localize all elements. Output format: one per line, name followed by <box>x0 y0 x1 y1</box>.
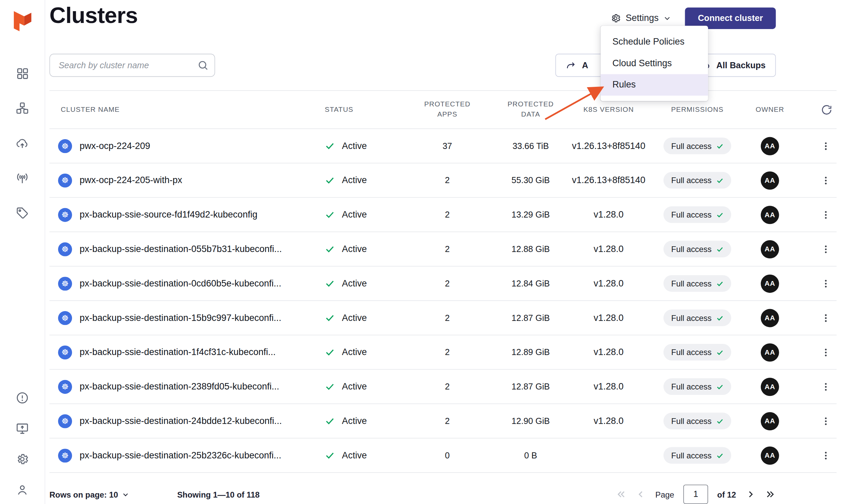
owner-avatar[interactable]: AA <box>761 240 779 258</box>
sidebar-nav <box>16 67 29 220</box>
permissions-pill[interactable]: Full access <box>664 138 731 154</box>
col-permissions[interactable]: PERMISSIONS <box>652 104 743 114</box>
table-row[interactable]: ☸ px-backup-ssie-destination-24bdde12-ku… <box>49 404 837 438</box>
user-icon[interactable] <box>16 483 29 497</box>
permissions-pill[interactable]: Full access <box>664 309 731 326</box>
last-page-button[interactable] <box>765 489 776 500</box>
page-number-input[interactable] <box>683 485 708 504</box>
gear-icon[interactable] <box>16 452 29 466</box>
row-actions-menu-icon[interactable] <box>820 312 831 323</box>
row-actions-menu-icon[interactable] <box>820 415 831 426</box>
col-protected-apps[interactable]: PROTECTED APPS <box>399 100 495 120</box>
owner-avatar[interactable]: AA <box>761 309 779 327</box>
alert-circle-icon[interactable] <box>16 391 29 405</box>
tag-icon[interactable] <box>16 206 29 220</box>
table-row[interactable]: ☸ px-backup-ssie-destination-2389fd05-ku… <box>49 370 837 404</box>
col-owner[interactable]: OWNER <box>743 104 797 114</box>
dashboard-grid-icon[interactable] <box>16 67 29 80</box>
table-row[interactable]: ☸ px-backup-ssie-destination-055b7b31-ku… <box>49 232 837 267</box>
prev-page-button[interactable] <box>635 489 646 500</box>
cluster-name[interactable]: px-backup-ssie-destination-24bdde12-kube… <box>80 415 282 426</box>
table-row[interactable]: ☸ pwx-ocp-224-205-with-px Active 2 55.30… <box>49 163 837 198</box>
row-actions-menu-icon[interactable] <box>820 141 831 151</box>
owner-avatar[interactable]: AA <box>761 171 779 190</box>
protected-data: 12.87 GiB <box>496 313 566 323</box>
cluster-name[interactable]: pwx-ocp-224-209 <box>80 141 150 151</box>
table-row[interactable]: ☸ px-backup-ssie-destination-1f4cf31c-ku… <box>49 336 837 370</box>
rows-per-page-select[interactable]: Rows on page: 10 <box>49 490 129 499</box>
all-restores-label: A <box>582 60 588 70</box>
status-label: Active <box>342 175 367 186</box>
owner-avatar[interactable]: AA <box>761 137 779 155</box>
portworx-logo[interactable] <box>10 8 34 33</box>
protected-apps: 2 <box>399 175 495 185</box>
table-row[interactable]: ☸ px-backup-ssie-destination-15b9c997-ku… <box>49 301 837 336</box>
owner-avatar[interactable]: AA <box>761 377 779 396</box>
protected-data: 33.66 TiB <box>496 141 566 151</box>
next-page-button[interactable] <box>745 489 756 500</box>
permission-label: Full access <box>671 279 712 288</box>
clusters-icon[interactable] <box>16 102 29 115</box>
settings-menu-trigger[interactable]: Settings <box>610 13 671 24</box>
table-row[interactable]: ☸ px-backup-ssie-destination-0cd60b5e-ku… <box>49 267 837 301</box>
cluster-name[interactable]: px-backup-ssie-source-fd1f49d2-kubeconfi… <box>80 210 257 220</box>
menu-item-cloud-settings[interactable]: Cloud Settings <box>601 53 708 74</box>
table-row[interactable]: ☸ px-backup-ssie-source-fd1f49d2-kubecon… <box>49 198 837 232</box>
permissions-pill[interactable]: Full access <box>664 344 731 360</box>
cluster-name[interactable]: px-backup-ssie-destination-25b2326c-kube… <box>80 450 281 461</box>
cluster-name[interactable]: px-backup-ssie-destination-0cd60b5e-kube… <box>80 278 281 289</box>
row-actions-menu-icon[interactable] <box>820 450 831 461</box>
table-row[interactable]: ☸ px-backup-ssie-destination-25b2326c-ku… <box>49 438 837 473</box>
kubernetes-icon: ☸ <box>58 173 72 187</box>
permissions-pill[interactable]: Full access <box>664 413 731 429</box>
permissions-pill[interactable]: Full access <box>664 172 731 188</box>
main-content: Clusters Settings Connect cluster <box>45 0 843 504</box>
col-status[interactable]: STATUS <box>318 104 399 114</box>
monitor-upload-icon[interactable] <box>16 422 29 435</box>
menu-item-schedule-policies[interactable]: Schedule Policies <box>601 31 708 53</box>
app-root: Clusters Settings Connect cluster <box>0 0 843 504</box>
k8s-version: v1.28.0 <box>565 347 651 358</box>
cluster-name[interactable]: px-backup-ssie-destination-1f4cf31c-kube… <box>80 347 276 358</box>
k8s-version: v1.28.0 <box>565 415 651 426</box>
owner-avatar[interactable]: AA <box>761 205 779 223</box>
k8s-version: v1.26.13+8f85140 <box>565 175 651 186</box>
permissions-pill[interactable]: Full access <box>664 378 731 395</box>
cluster-name[interactable]: pwx-ocp-224-205-with-px <box>80 175 182 186</box>
permissions-pill[interactable]: Full access <box>664 275 731 291</box>
permissions-pill[interactable]: Full access <box>664 447 731 464</box>
kubernetes-icon: ☸ <box>58 345 72 359</box>
cluster-name[interactable]: px-backup-ssie-destination-2389fd05-kube… <box>80 381 279 392</box>
row-actions-menu-icon[interactable] <box>820 381 831 392</box>
cluster-name[interactable]: px-backup-ssie-destination-15b9c997-kube… <box>80 312 281 323</box>
cluster-name[interactable]: px-backup-ssie-destination-055b7b31-kube… <box>80 244 282 254</box>
table-body: ☸ pwx-ocp-224-209 Active 37 33.66 TiB v1… <box>49 129 837 473</box>
kubernetes-icon: ☸ <box>58 311 72 325</box>
status-label: Active <box>342 278 367 289</box>
kubernetes-icon: ☸ <box>58 208 72 221</box>
row-actions-menu-icon[interactable] <box>820 210 831 220</box>
col-cluster-name[interactable]: CLUSTER NAME <box>49 104 318 114</box>
owner-avatar[interactable]: AA <box>761 412 779 430</box>
permissions-pill[interactable]: Full access <box>664 241 731 257</box>
permission-label: Full access <box>671 210 712 219</box>
owner-avatar[interactable]: AA <box>761 446 779 465</box>
protected-apps: 0 <box>399 451 495 461</box>
owner-avatar[interactable]: AA <box>761 274 779 292</box>
search-input[interactable] <box>49 54 215 77</box>
row-actions-menu-icon[interactable] <box>820 175 831 186</box>
refresh-icon[interactable] <box>797 104 837 115</box>
row-actions-menu-icon[interactable] <box>820 347 831 358</box>
k8s-version: v1.28.0 <box>565 278 651 289</box>
owner-avatar[interactable]: AA <box>761 343 779 361</box>
broadcast-icon[interactable] <box>16 171 29 185</box>
permissions-pill[interactable]: Full access <box>664 206 731 223</box>
menu-item-rules[interactable]: Rules <box>601 74 708 96</box>
row-actions-menu-icon[interactable] <box>820 278 831 289</box>
cloud-upload-icon[interactable] <box>16 137 29 150</box>
table-row[interactable]: ☸ pwx-ocp-224-209 Active 37 33.66 TiB v1… <box>49 129 837 163</box>
col-k8s-version[interactable]: K8S VERSION <box>565 104 651 114</box>
col-protected-data[interactable]: PROTECTED DATA <box>496 100 566 120</box>
row-actions-menu-icon[interactable] <box>820 244 831 254</box>
first-page-button[interactable] <box>616 489 626 500</box>
